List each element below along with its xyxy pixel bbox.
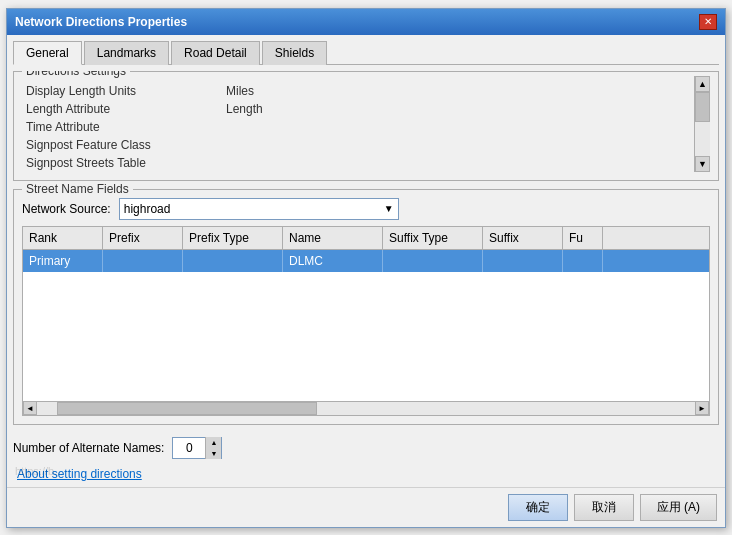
col-prefix: Prefix	[103, 227, 183, 249]
cancel-button[interactable]: 取消	[574, 494, 634, 521]
setting-name: Signpost Feature Class	[22, 136, 222, 154]
setting-name: Time Attribute	[22, 118, 222, 136]
h-scroll-thumb[interactable]	[57, 402, 317, 415]
settings-wrapper: Display Length Units Miles Length Attrib…	[22, 76, 710, 172]
grid-row[interactable]: Primary DLMC	[23, 250, 709, 272]
tab-road-detail[interactable]: Road Detail	[171, 41, 260, 65]
spinner-buttons: ▲ ▼	[205, 437, 221, 459]
dropdown-arrow-icon: ▼	[384, 203, 394, 214]
setting-value	[222, 118, 694, 136]
table-row: Signpost Streets Table	[22, 154, 694, 172]
table-row: Signpost Feature Class	[22, 136, 694, 154]
network-source-dropdown[interactable]: highroad ▼	[119, 198, 399, 220]
table-row: Display Length Units Miles	[22, 82, 694, 100]
cell-suffix	[483, 250, 563, 272]
setting-name: Display Length Units	[22, 82, 222, 100]
main-window: Network Directions Properties ✕ General …	[6, 8, 726, 528]
cell-prefix	[103, 250, 183, 272]
cell-fu	[563, 250, 603, 272]
cell-prefix-type	[183, 250, 283, 272]
spin-up-button[interactable]: ▲	[205, 437, 221, 448]
setting-value	[222, 154, 694, 172]
window-title: Network Directions Properties	[15, 15, 187, 29]
spin-down-button[interactable]: ▼	[205, 448, 221, 459]
street-name-fields-group: Street Name Fields Network Source: highr…	[13, 189, 719, 425]
col-rank: Rank	[23, 227, 103, 249]
network-source-label: Network Source:	[22, 202, 111, 216]
tab-bar: General Landmarks Road Detail Shields	[13, 41, 719, 65]
cell-rank: Primary	[23, 250, 103, 272]
grid-body: Primary DLMC	[23, 250, 709, 401]
setting-value	[222, 136, 694, 154]
table-row: Time Attribute	[22, 118, 694, 136]
cell-suffix-type	[383, 250, 483, 272]
title-bar-controls: ✕	[699, 14, 717, 30]
h-scroll-track	[37, 402, 695, 415]
title-bar: Network Directions Properties ✕	[7, 9, 725, 35]
grid-header: Rank Prefix Prefix Type Name Suffix Type…	[23, 227, 709, 250]
col-prefix-type: Prefix Type	[183, 227, 283, 249]
setting-name: Length Attribute	[22, 100, 222, 118]
col-suffix: Suffix	[483, 227, 563, 249]
tab-landmarks[interactable]: Landmarks	[84, 41, 169, 65]
scroll-left-button[interactable]: ◄	[23, 401, 37, 415]
dropdown-value: highroad	[124, 202, 171, 216]
scroll-track	[695, 92, 710, 156]
scroll-thumb[interactable]	[695, 92, 710, 122]
ok-button[interactable]: 确定	[508, 494, 568, 521]
window-body: General Landmarks Road Detail Shields Di…	[7, 35, 725, 487]
setting-name: Signpost Streets Table	[22, 154, 222, 172]
col-fu: Fu	[563, 227, 603, 249]
close-button[interactable]: ✕	[699, 14, 717, 30]
alternate-names-input[interactable]	[173, 438, 205, 458]
setting-value: Miles	[222, 82, 694, 100]
alternate-names-row: Number of Alternate Names: ▲ ▼	[13, 437, 719, 459]
scroll-right-button[interactable]: ►	[695, 401, 709, 415]
apply-button[interactable]: 应用 (A)	[640, 494, 717, 521]
alternate-names-spinner[interactable]: ▲ ▼	[172, 437, 222, 459]
directions-table: Display Length Units Miles Length Attrib…	[22, 82, 694, 172]
street-name-fields-label: Street Name Fields	[22, 182, 133, 196]
vertical-scrollbar[interactable]: ▲ ▼	[694, 76, 710, 172]
col-suffix-type: Suffix Type	[383, 227, 483, 249]
directions-settings-group: Directions Settings Display Length Units…	[13, 71, 719, 181]
scroll-up-button[interactable]: ▲	[695, 76, 710, 92]
col-name: Name	[283, 227, 383, 249]
watermark: https://b...	[15, 465, 63, 477]
table-row: Length Attribute Length	[22, 100, 694, 118]
tab-shields[interactable]: Shields	[262, 41, 327, 65]
tab-general[interactable]: General	[13, 41, 82, 65]
alternate-names-label: Number of Alternate Names:	[13, 441, 164, 455]
setting-value: Length	[222, 100, 694, 118]
tab-content-general: Directions Settings Display Length Units…	[13, 71, 719, 481]
horizontal-scrollbar[interactable]: ◄ ►	[23, 401, 709, 415]
street-fields-grid: Rank Prefix Prefix Type Name Suffix Type…	[22, 226, 710, 416]
footer: https://b... 确定 取消 应用 (A)	[7, 487, 725, 527]
scroll-down-button[interactable]: ▼	[695, 156, 710, 172]
cell-name: DLMC	[283, 250, 383, 272]
network-source-row: Network Source: highroad ▼	[22, 198, 710, 220]
